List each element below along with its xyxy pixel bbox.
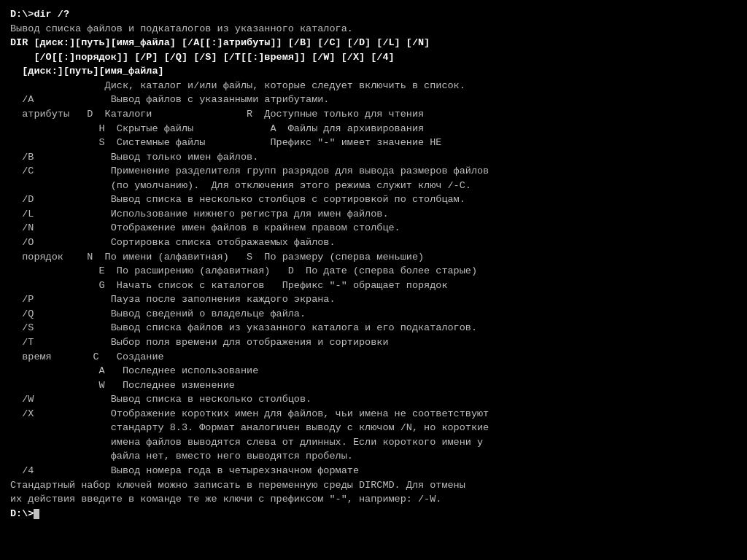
terminal-line-14: /C Применение разделителя групп разрядов… [10, 164, 737, 179]
terminal-line-18: /N Отображение имен файлов в крайнем пра… [10, 221, 737, 236]
terminal-line-40: D:\> [10, 507, 737, 521]
terminal-line-33: имена файлов выводятся слева от длинных.… [10, 435, 737, 450]
terminal-line-32: стандарту 8.3. Формат аналогичен выводу … [10, 421, 737, 435]
terminal-line-38: их действия введите в команде те же ключ… [10, 492, 737, 507]
terminal-line-23: /P Пауза после заполнения каждого экрана… [10, 292, 737, 307]
terminal-cursor [34, 509, 39, 519]
terminal-line-17: /L Использование нижнего регистра для им… [10, 207, 737, 222]
terminal-line-4: [/O[[:]порядок]] [/P] [/Q] [/S] [/T[[:]в… [10, 50, 737, 65]
terminal-line-34: файла нет, вместо него выводятся пробелы… [10, 449, 737, 464]
terminal-line-25: /S Вывод списка файлов из указанного кат… [10, 321, 737, 335]
terminal-line-3: DIR [диск:][путь][имя_файла] [/A[[:]атри… [10, 36, 737, 50]
terminal-line-10: атрибуты D Каталоги R Доступные только д… [10, 107, 737, 122]
terminal-line-28: A Последнее использование [10, 364, 737, 378]
terminal-line-13: /B Вывод только имен файлов. [10, 150, 737, 165]
terminal-line-37: Стандартный набор ключей можно записать … [10, 478, 737, 493]
terminal-window: D:\>dir /?Вывод списка файлов и подкатал… [0, 0, 747, 560]
terminal-line-1: Вывод списка файлов и подкаталогов из ук… [10, 22, 737, 36]
terminal-line-12: S Системные файлы Префикс "-" имеет знач… [10, 136, 737, 150]
terminal-line-29: W Последнее изменение [10, 378, 737, 393]
terminal-line-20: порядок N По имени (алфавитная) S По раз… [10, 250, 737, 265]
terminal-line-15: (по умолчанию). Для отключения этого реж… [10, 179, 737, 193]
terminal-line-9: /A Вывод файлов с указанными атрибутами. [10, 93, 737, 107]
terminal-line-24: /Q Вывод сведений о владельце файла. [10, 307, 737, 322]
terminal-line-35: /4 Вывод номера года в четырехзначном фо… [10, 464, 737, 478]
terminal-line-22: G Начать список с каталогов Префикс "-" … [10, 279, 737, 293]
terminal-line-0: D:\>dir /? [10, 7, 737, 22]
terminal-line-6: [диск:][путь][имя_файла] [10, 64, 737, 79]
terminal-line-16: /D Вывод списка в несколько столбцов с с… [10, 192, 737, 207]
terminal-line-21: E По расширению (алфавитная) D По дате (… [10, 264, 737, 279]
terminal-line-7: Диск, каталог и/или файлы, которые следу… [10, 79, 737, 93]
terminal-line-30: /W Вывод списка в несколько столбцов. [10, 392, 737, 407]
terminal-line-11: H Скрытые файлы A Файлы для архивировани… [10, 122, 737, 136]
terminal-line-31: /X Отображение коротких имен для файлов,… [10, 407, 737, 421]
terminal-line-26: /T Выбор поля времени для отображения и … [10, 335, 737, 350]
terminal-line-19: /O Сортировка списка отображаемых файлов… [10, 236, 737, 250]
terminal-line-27: время C Создание [10, 350, 737, 365]
